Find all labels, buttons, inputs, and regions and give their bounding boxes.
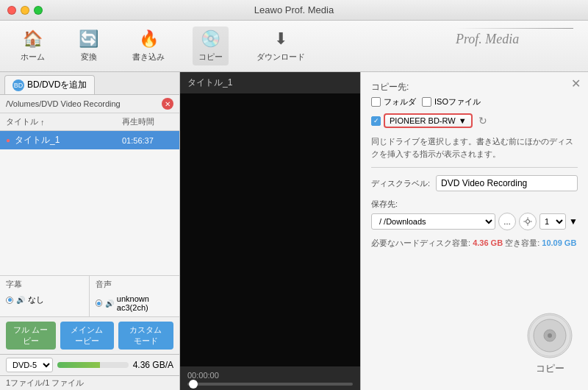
subtitle-audio-section: 字幕 🔊 なし 音声 🔊 unknown ac3(2ch) (0, 275, 179, 316)
pioneer-checkbox-item[interactable]: ✓ PIONEER BD-RW ▼ (371, 113, 473, 128)
path-bar: /Volumes/DVD Video Recording ✕ (0, 95, 179, 113)
col-time-label: 再生時間 (122, 117, 154, 126)
audio-speaker-icon: 🔊 (105, 299, 114, 308)
main-movie-button[interactable]: メインムービー (60, 322, 114, 350)
disc-label-input[interactable] (436, 175, 578, 191)
free-space-value: 10.09 GB (542, 238, 576, 247)
refresh-button[interactable]: ↻ (478, 115, 487, 127)
iso-label: ISOファイル (434, 96, 481, 107)
tab-bar: BD BD/DVDを追加 (0, 72, 179, 95)
status-text: 1ファイル/1 ファイル (6, 378, 84, 387)
subtitle-col: 字幕 🔊 なし (0, 276, 90, 316)
browse-button[interactable]: … (498, 213, 516, 230)
subtitle-radio[interactable] (6, 297, 13, 304)
pioneer-label: PIONEER BD-RW (390, 116, 456, 125)
toolbar-item-download[interactable]: ⬇ ダウンロード (251, 26, 311, 65)
toolbar-label-download: ダウンロード (257, 52, 305, 63)
iso-checkbox-item[interactable]: ISOファイル (422, 96, 481, 107)
convert-icon: 🔄 (79, 29, 98, 49)
bd-dvd-tab[interactable]: BD BD/DVDを追加 (4, 75, 95, 94)
iso-checkbox[interactable] (422, 97, 431, 107)
status-bar: 1ファイル/1 ファイル (0, 375, 179, 390)
bd-dvd-tab-label: BD/DVDを追加 (27, 79, 87, 91)
copy-dest-section: コピー先: フォルダ ISOファイル ✓ PIONEER BD-RW ▼ (371, 81, 578, 128)
info-text: 同じドライブを選択します。書き込む前にほかのディスクを挿入する指示が表示されます… (371, 135, 578, 160)
num-copies-select[interactable]: 1 (539, 213, 566, 230)
file-play-icon: ● (6, 136, 10, 144)
save-path-select[interactable]: / /Downloads (371, 213, 495, 230)
progress-bar-fill (57, 362, 100, 368)
toolbar-item-home[interactable]: 🏠 ホーム (15, 26, 51, 65)
svg-point-8 (548, 333, 552, 338)
folder-checkbox-item[interactable]: フォルダ (371, 96, 416, 107)
toolbar-item-convert[interactable]: 🔄 変換 (73, 26, 104, 65)
toolbar-label-home: ホーム (21, 52, 45, 63)
bottom-controls: フル ムービー メインムービー カスタム モード (0, 316, 179, 354)
file-list: ● タイトル_1 01:56:37 (0, 131, 179, 275)
subtitle-item[interactable]: 🔊 なし (6, 293, 83, 307)
pioneer-dropdown-icon: ▼ (459, 116, 467, 125)
col-time-header[interactable]: 再生時間 (122, 116, 173, 127)
toolbar-label-convert: 変換 (81, 52, 97, 63)
disk-info: 必要なハードディスク容量: 4.36 GB 空き容量: 10.09 GB (371, 238, 578, 249)
window-title: Leawo Prof. Media (254, 4, 334, 15)
window-controls[interactable] (7, 6, 43, 15)
save-dest-section: 保存先: / /Downloads … (371, 199, 578, 230)
audio-radio[interactable] (96, 299, 102, 307)
main-content: BD BD/DVDを追加 /Volumes/DVD Video Recordin… (0, 72, 588, 390)
copy-button-area: コピー (526, 312, 573, 375)
maximize-button[interactable] (34, 6, 43, 15)
save-dest-label: 保存先: (371, 199, 578, 210)
file-name: タイトル_1 (15, 134, 122, 146)
format-bar: DVD-5 4.36 GB/A (0, 354, 179, 375)
subtitle-header: 字幕 (6, 279, 83, 290)
file-duration: 01:56:37 (122, 136, 173, 145)
save-dest-row: / /Downloads … 1 ▼ (371, 213, 578, 230)
custom-mode-button[interactable]: カスタム モード (118, 322, 173, 350)
subtitle-label: なし (28, 294, 44, 305)
disk-size-value: 4.36 GB (473, 238, 503, 247)
video-seekbar[interactable] (187, 383, 353, 386)
progress-bar (57, 362, 129, 368)
video-area[interactable] (180, 93, 360, 366)
toolbar-label-write: 書き込み (132, 52, 165, 63)
file-list-header: タイトル ↑ 再生時間 (0, 113, 179, 131)
video-panel: タイトル_1 00:00:00 (180, 72, 360, 390)
video-title: タイトル_1 (180, 72, 360, 93)
disc-label-label: ディスクラベル: (371, 178, 430, 189)
audio-item[interactable]: 🔊 unknown ac3(2ch) (96, 293, 173, 313)
pioneer-checkbox[interactable]: ✓ (371, 116, 381, 126)
copy-icon: 💿 (201, 29, 220, 49)
settings-icon (523, 217, 532, 226)
toolbar-items: 🏠 ホーム 🔄 変換 🔥 書き込み 💿 コピー ⬇ ダウンロード (15, 26, 311, 65)
close-panel-button[interactable]: ✕ (571, 78, 581, 90)
close-button[interactable] (7, 6, 16, 15)
copy-label: コピー (536, 362, 564, 375)
toolbar-label-copy: コピー (198, 52, 223, 63)
format-select[interactable]: DVD-5 (6, 358, 53, 372)
full-movie-button[interactable]: フル ムービー (6, 322, 56, 350)
pioneer-drive-select[interactable]: PIONEER BD-RW ▼ (384, 113, 473, 128)
left-panel: BD BD/DVDを追加 /Volumes/DVD Video Recordin… (0, 72, 180, 390)
title-bar: Leawo Prof. Media (0, 0, 588, 21)
toolbar-item-copy[interactable]: 💿 コピー (193, 26, 229, 65)
copy-disk-button[interactable] (526, 312, 573, 359)
path-text: /Volumes/DVD Video Recording (6, 99, 121, 108)
settings-button[interactable] (519, 213, 537, 230)
video-controls: 00:00:00 (180, 366, 360, 390)
path-close-button[interactable]: ✕ (162, 98, 173, 110)
minimize-button[interactable] (21, 6, 29, 15)
brand-logo: Prof. Media (456, 28, 573, 47)
divider-1 (371, 167, 578, 168)
video-time: 00:00:00 (187, 371, 353, 380)
video-seek-thumb[interactable] (189, 380, 198, 389)
copies-dropdown-icon: ▼ (569, 216, 578, 227)
disk-size-label: 必要なハードディスク容量: (371, 238, 470, 247)
table-row[interactable]: ● タイトル_1 01:56:37 (0, 131, 179, 149)
sort-icon: ↑ (40, 118, 45, 127)
toolbar-item-write[interactable]: 🔥 書き込み (126, 26, 171, 65)
col-title-header[interactable]: タイトル ↑ (6, 116, 122, 127)
write-icon: 🔥 (139, 29, 159, 49)
free-space-label: 空き容量: (505, 238, 539, 247)
folder-checkbox[interactable] (371, 97, 381, 107)
